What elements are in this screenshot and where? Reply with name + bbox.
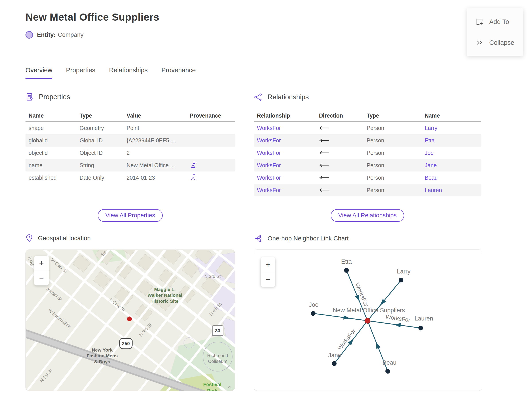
entity-name-link[interactable]: Lauren [422, 184, 481, 196]
map-pin-icon [26, 234, 33, 243]
incoming-direction-arrow-icon [319, 126, 330, 130]
node-label: Larry [397, 268, 411, 275]
relationship-link[interactable]: WorksFor [254, 122, 316, 134]
property-row: nameStringNew Metal Office ... [26, 159, 235, 171]
edge-arrowhead [343, 315, 350, 320]
tab-bar: OverviewPropertiesRelationshipsProvenanc… [26, 67, 196, 79]
map-label: Richmond Coliseum [207, 353, 228, 364]
incoming-direction-arrow-icon [319, 188, 330, 192]
node-joe[interactable] [311, 311, 316, 316]
node-etta[interactable] [344, 268, 349, 273]
property-name-cell: name [26, 159, 76, 171]
property-row: globalidGlobal ID{A228944F-0EF5-... [26, 134, 235, 147]
map-labels-layer: k RdW Clay StSaN 3rd StN 4th StMaggie L.… [26, 250, 235, 391]
geospatial-map[interactable]: + − k RdW Clay StSaN 3rd StN 4th StMaggi… [26, 250, 235, 391]
node-larry[interactable] [399, 278, 403, 283]
add-to-button[interactable]: Add To [475, 18, 523, 26]
node-lauren[interactable] [419, 326, 423, 331]
tab-relationships[interactable]: Relationships [109, 67, 148, 79]
property-value-cell: 2 [123, 147, 187, 159]
properties-section-header: Properties [26, 93, 70, 101]
column-header: Relationship [254, 110, 316, 122]
entity-name-link[interactable]: Joe [422, 147, 481, 159]
map-label: W Marshall St [47, 307, 72, 329]
node-label: Joe [309, 301, 319, 308]
map-attribution-toggle-icon[interactable] [226, 384, 233, 390]
entity-name-link[interactable]: Etta [422, 134, 481, 147]
type-cell: Person [364, 184, 422, 196]
view-all-relationships-button[interactable]: View All Relationships [331, 209, 404, 222]
property-row: objectidObject ID2 [26, 147, 235, 159]
one-hop-link-chart[interactable]: WorksForWorksForWorksForEttaLarryJoeLaur… [254, 250, 482, 391]
relationships-icon [254, 93, 263, 101]
relationship-link[interactable]: WorksFor [254, 171, 316, 184]
type-cell: Person [364, 122, 422, 134]
tab-overview[interactable]: Overview [26, 67, 52, 79]
double-chevron-right-icon [475, 39, 484, 47]
column-header: Name [422, 110, 481, 122]
node-label: Etta [341, 258, 352, 265]
column-header: Direction [316, 110, 364, 122]
map-label: k Rd [26, 256, 35, 266]
geospatial-section-title: Geospatial location [38, 235, 91, 242]
direction-cell [316, 147, 364, 159]
tab-provenance[interactable]: Provenance [161, 67, 196, 79]
map-label: E Clay St [108, 297, 126, 313]
column-header: Type [364, 110, 422, 122]
page-title: New Metal Office Suppliers [26, 11, 159, 23]
edge-joe[interactable] [313, 313, 367, 321]
entity-name-link[interactable]: Jane [422, 159, 481, 171]
provenance-flag-icon[interactable] [187, 159, 235, 171]
entity-type-value: Company [58, 32, 84, 38]
map-label: arshall St [45, 286, 63, 302]
center-node-label: New Metal Office Suppliers [333, 307, 405, 314]
map-zoom-out-button[interactable]: − [34, 271, 49, 285]
node-jane[interactable] [332, 361, 337, 366]
properties-icon [26, 93, 34, 101]
relationship-link[interactable]: WorksFor [254, 159, 316, 171]
entity-name-link[interactable]: Larry [422, 122, 481, 134]
entity-name-link[interactable]: Beau [422, 171, 481, 184]
add-to-icon [475, 18, 484, 26]
node-beau[interactable] [386, 369, 390, 374]
relationship-link[interactable]: WorksFor [254, 184, 316, 196]
entity-label: Entity: [37, 32, 56, 38]
map-label: N 3rd St [204, 274, 220, 279]
relationship-link[interactable]: WorksFor [254, 147, 316, 159]
direction-cell [316, 184, 364, 196]
map-zoom-in-button[interactable]: + [34, 256, 49, 271]
property-type-cell: Geometry [76, 122, 123, 134]
map-label: Sa [100, 250, 108, 257]
property-value-cell: 2014-01-23 [123, 171, 187, 184]
type-cell: Person [364, 159, 422, 171]
property-row: shapeGeometryPoint [26, 122, 235, 134]
view-all-properties-button[interactable]: View All Properties [98, 209, 163, 222]
entity-type-badge [26, 31, 33, 39]
edge-label: WorksFor [385, 313, 411, 323]
column-header: Type [76, 110, 123, 122]
chart-zoom-out-button[interactable]: − [261, 272, 275, 287]
properties-section-title: Properties [39, 93, 70, 101]
chart-zoom-in-button[interactable]: + [261, 257, 275, 272]
relationship-link[interactable]: WorksFor [254, 134, 316, 147]
collapse-button[interactable]: Collapse [475, 39, 523, 47]
route-shield: 250 [119, 338, 133, 349]
type-cell: Person [364, 134, 422, 147]
relationship-row: WorksForPersonJane [254, 159, 481, 171]
provenance-empty-cell [187, 122, 235, 134]
center-node[interactable] [365, 318, 370, 323]
edge-arrowhead [394, 323, 401, 327]
property-value-cell: Point [123, 122, 187, 134]
tab-properties[interactable]: Properties [66, 67, 95, 79]
action-card: Add To Collapse [467, 8, 523, 56]
map-zoom-control: + − [34, 256, 49, 285]
relationships-section-header: Relationships [254, 93, 309, 101]
link-chart-section-title: One-hop Neighbor Link Chart [267, 235, 349, 242]
relationship-row: WorksForPersonJoe [254, 147, 481, 159]
property-row: establishedDate Only2014-01-23 [26, 171, 235, 184]
node-label: Beau [382, 359, 396, 366]
incoming-direction-arrow-icon [319, 163, 330, 168]
edge-arrowhead [376, 342, 380, 349]
provenance-flag-icon[interactable] [187, 171, 235, 184]
property-type-cell: Global ID [76, 134, 123, 147]
